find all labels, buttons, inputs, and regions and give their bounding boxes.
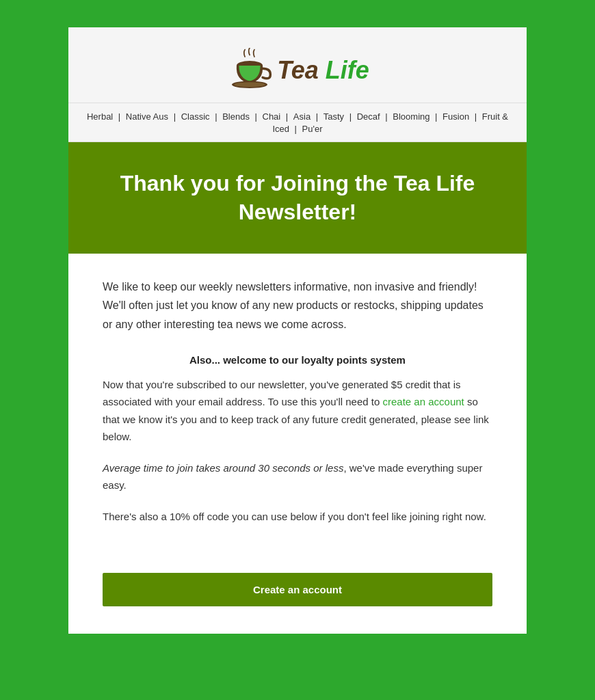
intro-paragraph: We like to keep our weekly newsletters i… [103, 278, 492, 334]
create-account-inline-link[interactable]: create an account [382, 396, 464, 407]
email-container: Tea Life Herbal | Native Aus | Classic |… [68, 27, 527, 634]
nav-item-blends[interactable]: Blends [222, 111, 250, 122]
italic-paragraph: Average time to join takes around 30 sec… [103, 459, 492, 494]
main-content: We like to keep our weekly newsletters i… [68, 254, 527, 566]
nav-item-decaf[interactable]: Decaf [357, 111, 380, 122]
nav-bar: Herbal | Native Aus | Classic | Blends |… [68, 103, 527, 142]
hero-banner: Thank you for Joining the Tea Life Newsl… [68, 142, 527, 254]
logo-tea: Tea [277, 56, 319, 84]
nav-item-tasty[interactable]: Tasty [323, 111, 344, 122]
nav-item-chai[interactable]: Chai [263, 111, 281, 122]
hero-title: Thank you for Joining the Tea Life Newsl… [89, 170, 506, 226]
svg-point-3 [235, 82, 265, 87]
email-header: Tea Life [68, 27, 527, 103]
nav-item-native-aus[interactable]: Native Aus [126, 111, 168, 122]
loyalty-heading: Also... welcome to our loyalty points sy… [103, 354, 492, 366]
nav-item-asia[interactable]: Asia [293, 111, 310, 122]
logo-cup-icon [226, 48, 274, 92]
logo-area: Tea Life [82, 48, 513, 92]
cta-section: Create an account [68, 566, 527, 634]
loyalty-paragraph: Now that you're subscribed to our newsle… [103, 376, 492, 446]
nav-item-blooming[interactable]: Blooming [393, 111, 429, 122]
italic-text: Average time to join takes around 30 sec… [103, 462, 343, 474]
discount-paragraph: There's also a 10% off code you can use … [103, 508, 492, 526]
logo-text: Tea Life [277, 56, 369, 85]
logo-life: Life [326, 56, 369, 84]
create-account-button[interactable]: Create an account [103, 573, 492, 606]
nav-item-herbal[interactable]: Herbal [87, 111, 113, 122]
nav-item-puer[interactable]: Pu'er [302, 124, 323, 134]
nav-item-fusion[interactable]: Fusion [442, 111, 469, 122]
nav-item-classic[interactable]: Classic [181, 111, 210, 122]
